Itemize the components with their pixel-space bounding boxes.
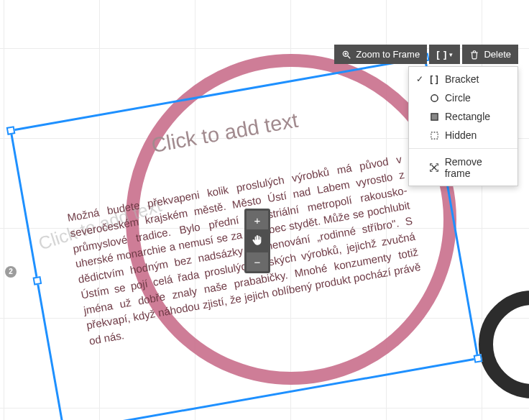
frame-style-dropdown-button[interactable]: [ ] ▾ [429, 45, 460, 64]
frame-toolbar: Zoom to Frame [ ] ▾ Delete [334, 45, 518, 64]
delete-label: Delete [484, 49, 511, 60]
menu-item-label: Rectangle [445, 111, 490, 122]
resize-handle-top-left[interactable] [6, 126, 16, 135]
resize-handle-mid-left[interactable] [32, 276, 42, 286]
menu-item-label: Remove frame [445, 156, 509, 179]
dark-circle-shape[interactable] [479, 291, 529, 398]
rectangle-icon [429, 111, 439, 122]
menu-item-label: Circle [445, 92, 471, 104]
menu-item-bracket[interactable]: ✓ [ ] Bracket [409, 70, 518, 88]
menu-item-label: Hidden [445, 129, 477, 141]
menu-item-label: Bracket [445, 73, 479, 85]
resize-handle-bottom-right[interactable] [474, 354, 483, 363]
svg-rect-6 [431, 132, 437, 138]
zoom-to-frame-label: Zoom to Frame [356, 49, 420, 60]
chevron-down-icon: ▾ [449, 51, 453, 58]
frame-style-menu: ✓ [ ] Bracket Circle Rectangle Hidden [408, 66, 518, 186]
svg-line-1 [348, 55, 351, 58]
zoom-to-frame-button[interactable]: Zoom to Frame [334, 45, 427, 64]
circle-icon [429, 93, 439, 103]
bracket-icon: [ ] [436, 49, 447, 60]
canvas-grid[interactable]: Click to add text 2 Click to add text Mo… [0, 0, 529, 420]
menu-item-rectangle[interactable]: Rectangle [409, 107, 518, 126]
svg-rect-5 [431, 113, 437, 119]
hidden-icon [429, 130, 439, 140]
magnifier-icon [341, 50, 351, 60]
delete-button[interactable]: Delete [462, 45, 518, 64]
trash-icon [469, 50, 479, 60]
remove-frame-icon [429, 163, 439, 173]
menu-item-hidden[interactable]: Hidden [409, 126, 518, 145]
svg-point-4 [431, 94, 437, 101]
menu-item-remove-frame[interactable]: Remove frame [409, 152, 518, 183]
zoom-in-button[interactable]: + [247, 211, 268, 229]
page-number-badge: 2 [5, 266, 17, 278]
hand-icon [252, 234, 263, 248]
zoom-floater: + − [244, 209, 270, 273]
zoom-out-button[interactable]: − [247, 252, 268, 271]
bracket-icon: [ ] [429, 74, 439, 84]
pan-button[interactable] [247, 232, 268, 250]
menu-item-circle[interactable]: Circle [409, 88, 518, 107]
check-icon: ✓ [416, 74, 423, 84]
menu-separator [409, 148, 518, 149]
